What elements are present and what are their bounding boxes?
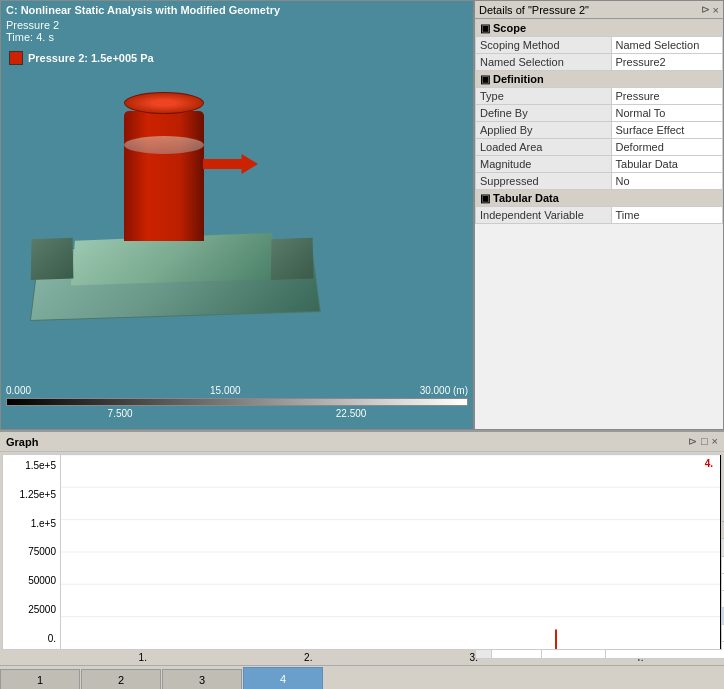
scoping-method-value: Named Selection bbox=[611, 37, 722, 54]
graph-controls: ⊳ □ × bbox=[688, 435, 718, 448]
details-controls: ⊳ × bbox=[701, 3, 719, 16]
details-table: ▣Scope Scoping Method Named Selection Na… bbox=[475, 19, 723, 291]
named-selection-value: Pressure2 bbox=[611, 54, 722, 71]
independent-var-row: Independent Variable Time bbox=[476, 207, 723, 224]
corner-dark-left bbox=[31, 238, 74, 280]
main-container: C: Nonlinear Static Analysis with Modifi… bbox=[0, 0, 724, 689]
scoping-method-label: Scoping Method bbox=[476, 37, 612, 54]
details-title: Details of "Pressure 2" bbox=[479, 4, 589, 16]
scale-bottom-labels: 7.500 22.500 bbox=[6, 408, 468, 419]
scale-bar-track bbox=[6, 398, 468, 406]
legend: Pressure 2: 1.5e+005 Pa bbox=[9, 51, 154, 65]
viewport-subtitle1: Pressure 2 bbox=[1, 19, 473, 31]
y-label-4: 1.e+5 bbox=[5, 518, 56, 529]
tab-4[interactable]: 4 bbox=[243, 667, 323, 689]
x-label-2: 2. bbox=[226, 652, 392, 663]
applied-by-label: Applied By bbox=[476, 122, 612, 139]
y-label-3: 75000 bbox=[5, 546, 56, 557]
legend-color-box bbox=[9, 51, 23, 65]
loaded-area-row: Loaded Area Deformed bbox=[476, 139, 723, 156]
scale-label-225: 22.500 bbox=[336, 408, 367, 419]
tabular-section-header: ▣Tabular Data bbox=[476, 190, 723, 207]
details-titlebar: Details of "Pressure 2" ⊳ × bbox=[475, 1, 723, 19]
legend-text: Pressure 2: 1.5e+005 Pa bbox=[28, 52, 154, 64]
graph-title: Graph bbox=[6, 436, 38, 448]
scope-label: Scope bbox=[493, 22, 526, 34]
type-row: Type Pressure bbox=[476, 88, 723, 105]
suppressed-row: Suppressed No bbox=[476, 173, 723, 190]
define-by-label: Define By bbox=[476, 105, 612, 122]
plot-area: 4. bbox=[61, 455, 721, 649]
definition-section-header: ▣Definition bbox=[476, 71, 723, 88]
definition-label: Definition bbox=[493, 73, 544, 85]
applied-by-value: Surface Effect bbox=[611, 122, 722, 139]
scoping-method-row: Scoping Method Named Selection bbox=[476, 37, 723, 54]
y-label-2: 50000 bbox=[5, 575, 56, 586]
pin-icon[interactable]: ⊳ bbox=[701, 3, 710, 16]
corner-dark-right bbox=[271, 238, 314, 280]
suppressed-label: Suppressed bbox=[476, 173, 612, 190]
scale-top-labels: 0.000 15.000 30.000 (m) bbox=[6, 385, 468, 396]
define-by-row: Define By Normal To bbox=[476, 105, 723, 122]
graph-svg bbox=[61, 455, 721, 649]
pressure-arrow bbox=[203, 154, 258, 174]
named-selection-row: Named Selection Pressure2 bbox=[476, 54, 723, 71]
scale-area: 0.000 15.000 30.000 (m) 7.500 22.500 bbox=[6, 385, 468, 419]
cylinder-body bbox=[124, 111, 204, 241]
tab-1[interactable]: 1 bbox=[0, 669, 80, 689]
y-label-5: 1.25e+5 bbox=[5, 489, 56, 500]
scale-label-75: 7.500 bbox=[108, 408, 133, 419]
graph-close-icon[interactable]: × bbox=[712, 435, 718, 448]
type-label: Type bbox=[476, 88, 612, 105]
y-label-6: 1.5e+5 bbox=[5, 460, 56, 471]
3d-scene bbox=[31, 71, 313, 349]
details-panel: Details of "Pressure 2" ⊳ × ▣Scope Scopi… bbox=[474, 0, 724, 430]
cylinder-ring bbox=[124, 136, 204, 154]
scope-section-header: ▣Scope bbox=[476, 20, 723, 37]
applied-by-row: Applied By Surface Effect bbox=[476, 122, 723, 139]
viewport-subtitle2: Time: 4. s bbox=[1, 31, 473, 43]
tabular-label: Tabular Data bbox=[493, 192, 559, 204]
type-value: Pressure bbox=[611, 88, 722, 105]
suppressed-value: No bbox=[611, 173, 722, 190]
independent-var-value: Time bbox=[611, 207, 722, 224]
tab-2[interactable]: 2 bbox=[81, 669, 161, 689]
graph-pin-icon[interactable]: ⊳ bbox=[688, 435, 697, 448]
graph-body: 1.5e+5 1.25e+5 1.e+5 75000 50000 25000 0… bbox=[0, 452, 724, 665]
scale-label-30: 30.000 (m) bbox=[420, 385, 468, 396]
define-by-value: Normal To bbox=[611, 105, 722, 122]
y-label-1: 25000 bbox=[5, 604, 56, 615]
graph-titlebar: Graph ⊳ □ × bbox=[0, 432, 724, 452]
viewport-title: C: Nonlinear Static Analysis with Modifi… bbox=[1, 1, 473, 19]
top-section: C: Nonlinear Static Analysis with Modifi… bbox=[0, 0, 724, 430]
loaded-area-label: Loaded Area bbox=[476, 139, 612, 156]
named-selection-label: Named Selection bbox=[476, 54, 612, 71]
graph-area: 1.5e+5 1.25e+5 1.e+5 75000 50000 25000 0… bbox=[2, 454, 722, 650]
y-label-0: 0. bbox=[5, 633, 56, 644]
scale-label-15: 15.000 bbox=[210, 385, 241, 396]
viewport: C: Nonlinear Static Analysis with Modifi… bbox=[0, 0, 474, 430]
close-icon[interactable]: × bbox=[713, 4, 719, 16]
x-label-1: 1. bbox=[60, 652, 226, 663]
y-axis: 1.5e+5 1.25e+5 1.e+5 75000 50000 25000 0… bbox=[3, 455, 61, 649]
independent-var-label: Independent Variable bbox=[476, 207, 612, 224]
cylinder-top bbox=[124, 92, 204, 114]
tab-3[interactable]: 3 bbox=[162, 669, 242, 689]
scale-label-0: 0.000 bbox=[6, 385, 31, 396]
loaded-area-value: Deformed bbox=[611, 139, 722, 156]
magnitude-row: Magnitude Tabular Data bbox=[476, 156, 723, 173]
magnitude-value: Tabular Data bbox=[611, 156, 722, 173]
tab-bar: 1 2 3 4 bbox=[0, 665, 724, 689]
graph-maximize-icon[interactable]: □ bbox=[701, 435, 708, 448]
magnitude-label: Magnitude bbox=[476, 156, 612, 173]
